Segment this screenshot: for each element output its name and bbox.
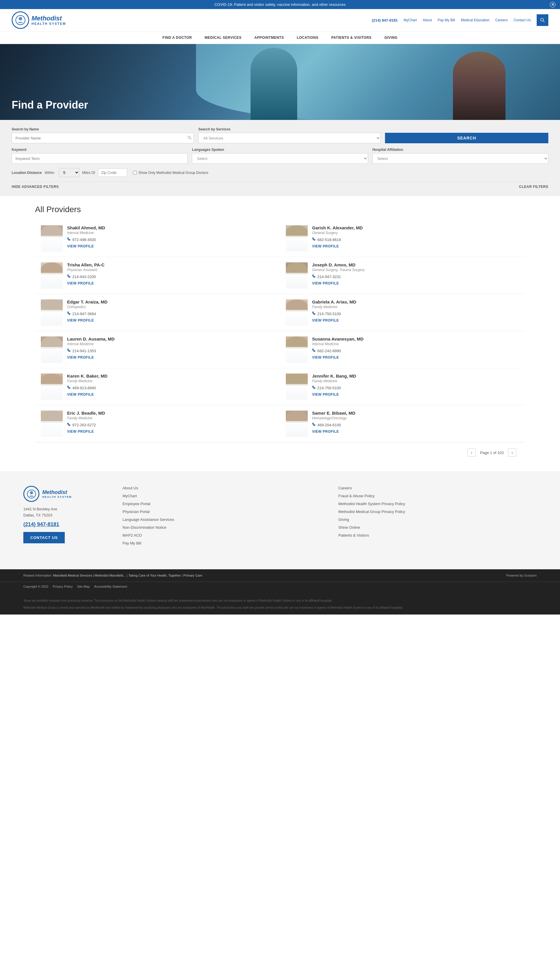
footer-link[interactable]: Language Assistance Services — [123, 517, 321, 522]
footer-link[interactable]: Pay My Bill — [123, 541, 321, 546]
search-button[interactable]: SEARCH — [385, 133, 548, 143]
legal-link[interactable]: Copyright © 2022 — [23, 585, 48, 588]
covid-banner-text: COVID-19: Patient and visitor safety, va… — [214, 2, 346, 7]
site-header: Methodist HEALTH SYSTEM (214) 947-8181 M… — [0, 9, 560, 44]
footer-link[interactable]: Methodist Medical Group Privacy Policy — [338, 509, 537, 514]
provider-info: Garish K. Alexander, MD General Surgery … — [312, 225, 519, 248]
provider-card: Edgar T. Araiza, MD Orthopedics 214-947-… — [35, 294, 280, 331]
provider-name: Joseph D. Amos, MD — [312, 262, 519, 267]
legal-link[interactable]: Accessibility Statement — [94, 585, 127, 588]
footer-link[interactable]: Methodist Health System Privacy Policy — [338, 502, 537, 506]
languages-select[interactable]: Select — [192, 153, 368, 164]
view-profile-link[interactable]: VIEW PROFILE — [67, 392, 94, 397]
provider-name: Jennifer K. Bang, MD — [312, 373, 519, 378]
contact-us-button[interactable]: CONTACT US — [23, 532, 65, 543]
provider-card: Samer E. Bibawi, MD Hematology/Oncology … — [280, 405, 525, 442]
footer-link[interactable]: Patients & Visitors — [338, 533, 537, 538]
phone-icon — [67, 237, 71, 242]
view-profile-link[interactable]: VIEW PROFILE — [312, 355, 339, 360]
legal-link[interactable]: Privacy Policy — [53, 585, 73, 588]
phone-icon — [67, 422, 71, 427]
nav-locations[interactable]: LOCATIONS — [290, 32, 325, 44]
related-link[interactable]: Primary Care — [183, 574, 203, 577]
next-page-button[interactable]: › — [508, 448, 516, 457]
distance-select[interactable]: 5 10 25 50 — [59, 168, 79, 177]
view-profile-link[interactable]: VIEW PROFILE — [67, 355, 94, 360]
nav-patients-visitors[interactable]: PATIENTS & VISITORS — [325, 32, 378, 44]
clear-filters-link[interactable]: CLEAR FILTERS — [519, 185, 548, 189]
provider-specialty: General Surgery — [312, 231, 519, 235]
footer-disclaimer: Texas law prohibits hospitals from pract… — [0, 595, 560, 614]
nav-find-doctor[interactable]: FIND A DOCTOR — [156, 32, 198, 44]
related-link[interactable]: Mansfield Medical Services | Methodist M… — [53, 574, 126, 577]
footer-link[interactable]: Careers — [338, 486, 537, 490]
mmg-checkbox[interactable] — [133, 171, 137, 174]
provider-name: Edgar T. Araiza, MD — [67, 299, 274, 304]
mmg-checkbox-label[interactable]: Show Only Methodist Medical Group Doctor… — [133, 171, 208, 175]
hospital-select[interactable]: Select — [372, 153, 548, 164]
search-name-input[interactable] — [12, 133, 194, 143]
close-banner-button[interactable]: ✕ — [550, 2, 556, 8]
view-profile-link[interactable]: VIEW PROFILE — [312, 318, 339, 322]
provider-card: Karen K. Baker, MD Family Medicine 469-9… — [35, 368, 280, 405]
provider-card: Shakil Ahmed, MD Internal Medicine 972-4… — [35, 220, 280, 257]
provider-photo — [286, 373, 308, 400]
footer-link[interactable]: Shine Online — [338, 525, 537, 530]
footer-link[interactable]: Fraud & Abuse Policy — [338, 494, 537, 498]
medical-education-link[interactable]: Medical Education — [461, 18, 490, 22]
provider-info: Edgar T. Araiza, MD Orthopedics 214-947-… — [67, 299, 274, 322]
view-profile-link[interactable]: VIEW PROFILE — [67, 318, 94, 322]
provider-name: Shakil Ahmed, MD — [67, 225, 274, 230]
contact-us-link[interactable]: Contact Us — [514, 18, 531, 22]
footer-link[interactable]: Giving — [338, 517, 537, 522]
zip-code-input[interactable] — [98, 168, 127, 177]
careers-link[interactable]: Careers — [495, 18, 508, 22]
pay-bill-link[interactable]: Pay My Bill — [438, 18, 455, 22]
legal-link[interactable]: Site Map — [77, 585, 89, 588]
footer-address: 1441 N Beckley AveDallas, TX 75203 — [23, 506, 105, 518]
search-section: Search by Name Search by Services All Se… — [0, 120, 560, 196]
related-links: Mansfield Medical Services | Methodist M… — [53, 574, 202, 577]
provider-name: Gabriela A. Arias, MD — [312, 299, 519, 304]
footer-link[interactable]: Non-Discrimination Notice — [123, 525, 321, 530]
mychart-link[interactable]: MyChart — [404, 18, 417, 22]
provider-photo — [41, 262, 63, 289]
footer-link[interactable]: Physician Portal — [123, 509, 321, 514]
footer-phone[interactable]: (214) 947-8181 — [23, 522, 105, 528]
nav-appointments[interactable]: APPOINTMENTS — [248, 32, 290, 44]
name-search-icon — [188, 136, 191, 141]
provider-photo — [286, 225, 308, 251]
footer-link[interactable]: MAP2 ACO — [123, 533, 321, 538]
nav-medical-services[interactable]: MEDICAL SERVICES — [198, 32, 248, 44]
footer-link[interactable]: Employee Portal — [123, 502, 321, 506]
provider-specialty: Orthopedics — [67, 305, 274, 309]
provider-card: Trisha Allen, PA-C Physician Assistant 2… — [35, 257, 280, 294]
view-profile-link[interactable]: VIEW PROFILE — [312, 392, 339, 397]
view-profile-link[interactable]: VIEW PROFILE — [67, 429, 94, 434]
related-link[interactable]: Taking Care of Your Health, Together — [128, 574, 181, 577]
hide-filters-link[interactable]: HIDE ADVANCED FILTERS — [12, 185, 59, 189]
related-info: Related Information: Mansfield Medical S… — [23, 574, 203, 577]
provider-photo — [41, 225, 63, 251]
about-link[interactable]: About — [423, 18, 432, 22]
search-services-select[interactable]: All Services — [198, 133, 381, 143]
footer-logo-icon — [23, 486, 39, 502]
keyword-input[interactable] — [12, 153, 188, 164]
svg-point-1 — [19, 17, 22, 21]
logo[interactable]: Methodist HEALTH SYSTEM — [12, 11, 66, 29]
hospital-label: Hospital Affiliation — [372, 148, 548, 152]
view-profile-link[interactable]: VIEW PROFILE — [312, 429, 339, 434]
view-profile-link[interactable]: VIEW PROFILE — [67, 281, 94, 285]
footer-link[interactable]: About Us — [123, 486, 321, 490]
nav-giving[interactable]: GIVING — [378, 32, 404, 44]
header-phone[interactable]: (214) 947-8181 — [372, 18, 398, 22]
footer-link[interactable]: MyChart — [123, 494, 321, 498]
view-profile-link[interactable]: VIEW PROFILE — [312, 281, 339, 285]
view-profile-link[interactable]: VIEW PROFILE — [312, 244, 339, 248]
provider-photo — [286, 262, 308, 289]
footer-col-1: About UsMyChartEmployee PortalPhysician … — [123, 486, 321, 549]
view-profile-link[interactable]: VIEW PROFILE — [67, 244, 94, 248]
top-links: (214) 947-8181 MyChart About Pay My Bill… — [372, 14, 548, 26]
prev-page-button[interactable]: ‹ — [467, 448, 476, 457]
header-search-button[interactable] — [537, 14, 548, 26]
